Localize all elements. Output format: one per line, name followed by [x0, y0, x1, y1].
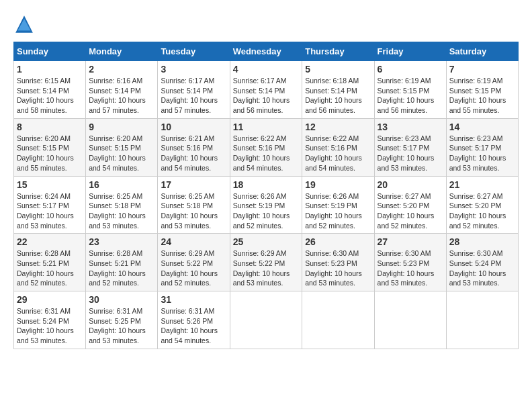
- day-info: Sunrise: 6:15 AM Sunset: 5:14 PM Dayligh…: [17, 76, 83, 116]
- calendar-cell: 5 Sunrise: 6:18 AM Sunset: 5:14 PM Dayli…: [302, 61, 374, 119]
- day-info: Sunrise: 6:23 AM Sunset: 5:17 PM Dayligh…: [378, 134, 443, 173]
- day-info: Sunrise: 6:20 AM Sunset: 5:15 PM Dayligh…: [17, 134, 83, 173]
- calendar-header-row: SundayMondayTuesdayWednesdayThursdayFrid…: [14, 42, 519, 61]
- header-thursday: Thursday: [302, 42, 374, 61]
- calendar-cell: 6 Sunrise: 6:19 AM Sunset: 5:15 PM Dayli…: [374, 61, 446, 119]
- calendar-cell: 18 Sunrise: 6:26 AM Sunset: 5:19 PM Dayl…: [230, 176, 302, 234]
- calendar-cell: [446, 291, 518, 349]
- day-number: 26: [305, 236, 371, 247]
- logo: [13, 13, 38, 35]
- day-info: Sunrise: 6:31 AM Sunset: 5:25 PM Dayligh…: [89, 306, 154, 346]
- day-info: Sunrise: 6:21 AM Sunset: 5:16 PM Dayligh…: [161, 134, 226, 173]
- day-info: Sunrise: 6:25 AM Sunset: 5:18 PM Dayligh…: [89, 191, 154, 231]
- calendar-cell: 31 Sunrise: 6:31 AM Sunset: 5:26 PM Dayl…: [158, 291, 230, 349]
- day-info: Sunrise: 6:27 AM Sunset: 5:20 PM Dayligh…: [378, 191, 443, 231]
- day-info: Sunrise: 6:30 AM Sunset: 5:23 PM Dayligh…: [305, 248, 371, 288]
- day-info: Sunrise: 6:29 AM Sunset: 5:22 PM Dayligh…: [233, 248, 300, 288]
- day-info: Sunrise: 6:31 AM Sunset: 5:26 PM Dayligh…: [161, 306, 226, 346]
- calendar-cell: 15 Sunrise: 6:24 AM Sunset: 5:17 PM Dayl…: [14, 176, 86, 234]
- day-info: Sunrise: 6:17 AM Sunset: 5:14 PM Dayligh…: [161, 76, 226, 116]
- day-number: 22: [17, 236, 83, 247]
- calendar-week-3: 15 Sunrise: 6:24 AM Sunset: 5:17 PM Dayl…: [14, 176, 519, 234]
- day-number: 20: [378, 179, 443, 190]
- day-number: 10: [161, 122, 226, 132]
- calendar-cell: 17 Sunrise: 6:25 AM Sunset: 5:18 PM Dayl…: [158, 176, 230, 234]
- calendar-cell: 13 Sunrise: 6:23 AM Sunset: 5:17 PM Dayl…: [374, 118, 446, 176]
- calendar-cell: 30 Sunrise: 6:31 AM Sunset: 5:25 PM Dayl…: [86, 291, 158, 349]
- calendar-cell: [230, 291, 302, 349]
- day-info: Sunrise: 6:29 AM Sunset: 5:22 PM Dayligh…: [161, 248, 226, 288]
- calendar-cell: 21 Sunrise: 6:27 AM Sunset: 5:20 PM Dayl…: [446, 176, 518, 234]
- day-number: 5: [305, 64, 371, 75]
- day-number: 13: [378, 122, 443, 132]
- day-number: 1: [17, 64, 83, 75]
- day-info: Sunrise: 6:16 AM Sunset: 5:14 PM Dayligh…: [89, 76, 154, 116]
- day-number: 8: [17, 122, 83, 132]
- calendar-week-2: 8 Sunrise: 6:20 AM Sunset: 5:15 PM Dayli…: [14, 118, 519, 176]
- day-number: 3: [161, 64, 226, 75]
- calendar-cell: [374, 291, 446, 349]
- day-number: 17: [161, 179, 226, 190]
- calendar-cell: 16 Sunrise: 6:25 AM Sunset: 5:18 PM Dayl…: [86, 176, 158, 234]
- day-number: 15: [17, 179, 83, 190]
- day-info: Sunrise: 6:27 AM Sunset: 5:20 PM Dayligh…: [449, 191, 515, 231]
- day-number: 21: [449, 179, 515, 190]
- day-number: 27: [378, 236, 443, 247]
- calendar-cell: [302, 291, 374, 349]
- calendar-cell: 25 Sunrise: 6:29 AM Sunset: 5:22 PM Dayl…: [230, 234, 302, 291]
- calendar-cell: 23 Sunrise: 6:28 AM Sunset: 5:21 PM Dayl…: [86, 234, 158, 291]
- day-number: 7: [449, 64, 515, 75]
- calendar-cell: 11 Sunrise: 6:22 AM Sunset: 5:16 PM Dayl…: [230, 118, 302, 176]
- header-friday: Friday: [374, 42, 446, 61]
- day-info: Sunrise: 6:26 AM Sunset: 5:19 PM Dayligh…: [233, 191, 300, 231]
- day-number: 23: [89, 236, 154, 247]
- day-number: 9: [89, 122, 154, 132]
- day-number: 31: [161, 294, 226, 305]
- calendar-table: SundayMondayTuesdayWednesdayThursdayFrid…: [13, 42, 519, 349]
- day-number: 4: [233, 64, 300, 75]
- calendar-week-1: 1 Sunrise: 6:15 AM Sunset: 5:14 PM Dayli…: [14, 61, 519, 119]
- day-number: 11: [233, 122, 300, 132]
- calendar-cell: 3 Sunrise: 6:17 AM Sunset: 5:14 PM Dayli…: [158, 61, 230, 119]
- day-number: 18: [233, 179, 300, 190]
- day-number: 29: [17, 294, 83, 305]
- calendar-cell: 20 Sunrise: 6:27 AM Sunset: 5:20 PM Dayl…: [374, 176, 446, 234]
- day-number: 12: [305, 122, 371, 132]
- page-header: [13, 13, 519, 35]
- day-info: Sunrise: 6:23 AM Sunset: 5:17 PM Dayligh…: [449, 134, 515, 173]
- calendar-cell: 9 Sunrise: 6:20 AM Sunset: 5:15 PM Dayli…: [86, 118, 158, 176]
- day-number: 16: [89, 179, 154, 190]
- header-wednesday: Wednesday: [230, 42, 302, 61]
- day-number: 25: [233, 236, 300, 247]
- day-info: Sunrise: 6:19 AM Sunset: 5:15 PM Dayligh…: [378, 76, 443, 116]
- day-info: Sunrise: 6:22 AM Sunset: 5:16 PM Dayligh…: [233, 134, 300, 173]
- calendar-cell: 24 Sunrise: 6:29 AM Sunset: 5:22 PM Dayl…: [158, 234, 230, 291]
- header-saturday: Saturday: [446, 42, 518, 61]
- calendar-week-4: 22 Sunrise: 6:28 AM Sunset: 5:21 PM Dayl…: [14, 234, 519, 291]
- calendar-cell: 8 Sunrise: 6:20 AM Sunset: 5:15 PM Dayli…: [14, 118, 86, 176]
- day-info: Sunrise: 6:30 AM Sunset: 5:23 PM Dayligh…: [378, 248, 443, 288]
- day-number: 24: [161, 236, 226, 247]
- calendar-cell: 7 Sunrise: 6:19 AM Sunset: 5:15 PM Dayli…: [446, 61, 518, 119]
- day-info: Sunrise: 6:19 AM Sunset: 5:15 PM Dayligh…: [449, 76, 515, 116]
- calendar-cell: 4 Sunrise: 6:17 AM Sunset: 5:14 PM Dayli…: [230, 61, 302, 119]
- day-number: 14: [449, 122, 515, 132]
- day-number: 6: [378, 64, 443, 75]
- calendar-cell: 10 Sunrise: 6:21 AM Sunset: 5:16 PM Dayl…: [158, 118, 230, 176]
- day-info: Sunrise: 6:22 AM Sunset: 5:16 PM Dayligh…: [305, 134, 371, 173]
- calendar-week-5: 29 Sunrise: 6:31 AM Sunset: 5:24 PM Dayl…: [14, 291, 519, 349]
- day-info: Sunrise: 6:24 AM Sunset: 5:17 PM Dayligh…: [17, 191, 83, 231]
- day-info: Sunrise: 6:20 AM Sunset: 5:15 PM Dayligh…: [89, 134, 154, 173]
- day-info: Sunrise: 6:18 AM Sunset: 5:14 PM Dayligh…: [305, 76, 371, 116]
- day-info: Sunrise: 6:28 AM Sunset: 5:21 PM Dayligh…: [89, 248, 154, 288]
- calendar-cell: 2 Sunrise: 6:16 AM Sunset: 5:14 PM Dayli…: [86, 61, 158, 119]
- calendar-cell: 28 Sunrise: 6:30 AM Sunset: 5:24 PM Dayl…: [446, 234, 518, 291]
- header-tuesday: Tuesday: [158, 42, 230, 61]
- calendar-cell: 1 Sunrise: 6:15 AM Sunset: 5:14 PM Dayli…: [14, 61, 86, 119]
- day-info: Sunrise: 6:28 AM Sunset: 5:21 PM Dayligh…: [17, 248, 83, 288]
- calendar-cell: 26 Sunrise: 6:30 AM Sunset: 5:23 PM Dayl…: [302, 234, 374, 291]
- calendar-cell: 22 Sunrise: 6:28 AM Sunset: 5:21 PM Dayl…: [14, 234, 86, 291]
- day-number: 28: [449, 236, 515, 247]
- logo-icon: [13, 13, 35, 35]
- day-info: Sunrise: 6:30 AM Sunset: 5:24 PM Dayligh…: [449, 248, 515, 288]
